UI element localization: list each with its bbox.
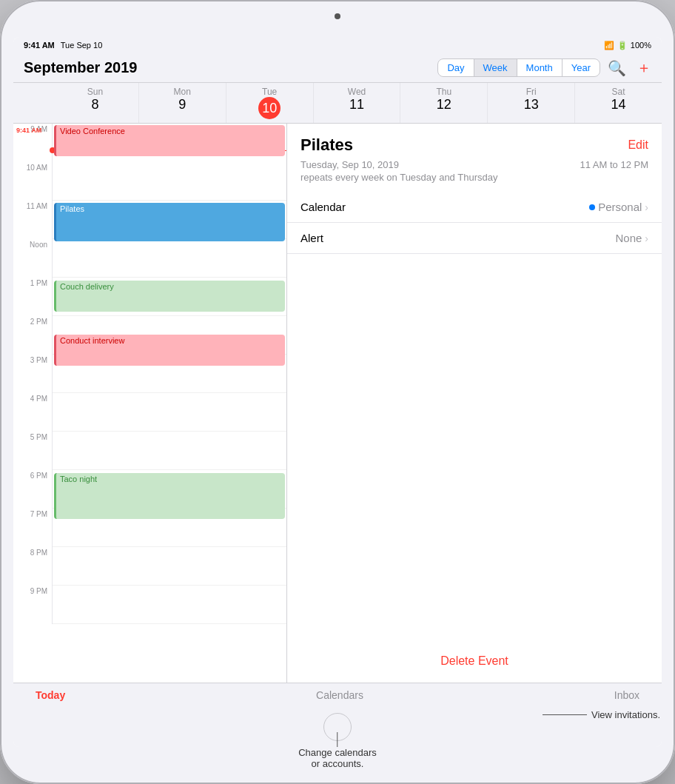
day-col-tue[interactable]: Tue 10 <box>226 83 314 123</box>
day-headers: Sun 8 Mon 9 Tue 10 Wed 11 Thu 12 <box>52 83 662 123</box>
calendar-value-text: Personal <box>598 201 642 213</box>
calendar-scroll[interactable]: 9 AM 10 AM 11 AM Noon 1 PM 2 PM 3 PM 4 P… <box>13 124 286 683</box>
view-week-button[interactable]: Week <box>474 59 517 76</box>
day-num-thu: 12 <box>402 97 486 113</box>
view-switcher: Day Week Month Year <box>437 58 600 77</box>
status-bar: 9:41 AM Tue Sep 10 📶 🔋 100% <box>13 37 662 53</box>
view-month-button[interactable]: Month <box>517 59 562 76</box>
day-col-fri[interactable]: Fri 13 <box>488 83 575 123</box>
calendar-label: Calendar <box>300 201 375 213</box>
edit-button[interactable]: Edit <box>628 138 648 152</box>
event-title: Couch delivery <box>60 282 114 291</box>
alert-value: None › <box>375 232 648 244</box>
time-label-6pm: 6 PM <box>13 470 52 509</box>
main-area: 9 AM 10 AM 11 AM Noon 1 PM 2 PM 3 PM 4 P… <box>13 124 662 683</box>
today-button[interactable]: Today <box>36 689 65 701</box>
detail-panel: Pilates Edit Tuesday, Sep 10, 2019 11 AM… <box>287 124 662 683</box>
day-col-sat[interactable]: Sat 14 <box>575 83 662 123</box>
day-name-sat: Sat <box>612 87 625 97</box>
day-num-mon: 9 <box>141 97 224 113</box>
day-num-tue: 10 <box>258 97 281 119</box>
hour-line <box>53 432 286 470</box>
day-col-thu[interactable]: Thu 12 <box>400 83 488 123</box>
detail-header: Pilates Edit <box>287 124 662 158</box>
day-grid-events: Video Conference Pilates Couch delivery <box>52 124 286 624</box>
home-button[interactable] <box>323 713 352 741</box>
add-icon[interactable]: ＋ <box>637 58 651 78</box>
time-label-1pm: 1 PM <box>13 278 52 316</box>
hour-line <box>53 547 286 586</box>
day-col-wed[interactable]: Wed 11 <box>314 83 401 123</box>
time-labels: 9 AM 10 AM 11 AM Noon 1 PM 2 PM 3 PM 4 P… <box>13 124 52 624</box>
hour-line <box>53 586 286 624</box>
day-name-fri: Fri <box>526 87 537 97</box>
inbox-button[interactable]: Inbox <box>614 689 639 701</box>
device-screen: 9:41 AM Tue Sep 10 📶 🔋 100% September 20… <box>13 37 662 747</box>
time-label-2pm: 2 PM <box>13 316 52 355</box>
app-title: September 2019 <box>24 59 430 76</box>
time-grid: 9 AM 10 AM 11 AM Noon 1 PM 2 PM 3 PM 4 P… <box>13 124 286 624</box>
day-num-wed: 11 <box>315 97 399 113</box>
wifi-icon: 📶 <box>604 41 614 50</box>
time-label-5pm: 5 PM <box>13 432 52 470</box>
camera <box>335 13 340 19</box>
detail-calendar-row[interactable]: Calendar Personal › <box>287 192 662 223</box>
battery-level: 100% <box>631 41 651 50</box>
battery-icon: 🔋 <box>617 41 628 50</box>
detail-date-text: Tuesday, Sep 10, 2019 <box>300 159 399 170</box>
detail-date: Tuesday, Sep 10, 2019 11 AM to 12 PM <box>287 158 662 172</box>
status-date: Tue Sep 10 <box>61 41 102 50</box>
alert-label: Alert <box>300 232 375 244</box>
calendar-panel: 9 AM 10 AM 11 AM Noon 1 PM 2 PM 3 PM 4 P… <box>13 124 287 683</box>
event-title: Pilates <box>60 204 84 213</box>
current-time-gutter-label: 9:41 AM <box>16 127 41 134</box>
time-label-9pm: 9 PM <box>13 586 52 624</box>
chevron-icon: › <box>645 201 648 213</box>
status-icons: 📶 🔋 100% <box>604 41 651 50</box>
day-col-sun[interactable]: Sun 8 <box>52 83 139 123</box>
calendars-callout-text: Change calendars or accounts. <box>298 747 377 769</box>
time-label-noon: Noon <box>13 239 52 278</box>
event-couch-delivery[interactable]: Couch delivery <box>54 281 285 312</box>
time-label-4pm: 4 PM <box>13 393 52 432</box>
hour-line <box>53 393 286 432</box>
view-year-button[interactable]: Year <box>562 59 600 76</box>
day-col-mon[interactable]: Mon 9 <box>139 83 226 123</box>
search-icon[interactable]: 🔍 <box>608 59 626 77</box>
day-num-sat: 14 <box>577 97 660 113</box>
delete-event-button[interactable]: Delete Event <box>287 640 662 683</box>
event-taco-night[interactable]: Taco night <box>54 473 285 519</box>
detail-spacer <box>287 254 662 640</box>
detail-alert-row[interactable]: Alert None › <box>287 223 662 254</box>
day-name-mon: Mon <box>174 87 191 97</box>
event-pilates[interactable]: Pilates <box>54 203 285 241</box>
top-nav: September 2019 Day Week Month Year 🔍 ＋ <box>13 53 662 83</box>
alert-chevron-icon: › <box>645 232 648 244</box>
day-name-thu: Thu <box>437 87 452 97</box>
event-video-conference[interactable]: Video Conference <box>54 125 285 156</box>
view-day-button[interactable]: Day <box>438 59 474 76</box>
calendar-value: Personal › <box>375 201 648 213</box>
alert-value-text: None <box>615 232 642 244</box>
status-time: 9:41 AM <box>24 41 55 50</box>
hour-line <box>53 239 286 278</box>
ipad-device: 9:41 AM Tue Sep 10 📶 🔋 100% September 20… <box>0 0 675 784</box>
time-label-8pm: 8 PM <box>13 547 52 586</box>
time-label-3pm: 3 PM <box>13 355 52 393</box>
time-label-10am: 10 AM <box>13 162 52 201</box>
nav-icons: 🔍 ＋ <box>608 58 651 78</box>
event-title: Taco night <box>60 475 97 483</box>
event-conduct-interview[interactable]: Conduct interview <box>54 335 285 366</box>
event-title: Conduct interview <box>60 336 124 345</box>
home-area <box>13 707 662 747</box>
calendar-dot <box>589 204 595 210</box>
day-name-wed: Wed <box>348 87 366 97</box>
event-title: Video Conference <box>60 127 125 135</box>
day-header-row: Sun 8 Mon 9 Tue 10 Wed 11 Thu 12 <box>13 83 662 124</box>
calendars-button[interactable]: Calendars <box>316 689 363 701</box>
detail-title: Pilates <box>300 135 353 155</box>
day-name-sun: Sun <box>87 87 103 97</box>
day-num-sun: 8 <box>53 97 137 113</box>
day-num-fri: 13 <box>489 97 573 113</box>
detail-repeat: repeats every week on Tuesday and Thursd… <box>287 172 662 192</box>
